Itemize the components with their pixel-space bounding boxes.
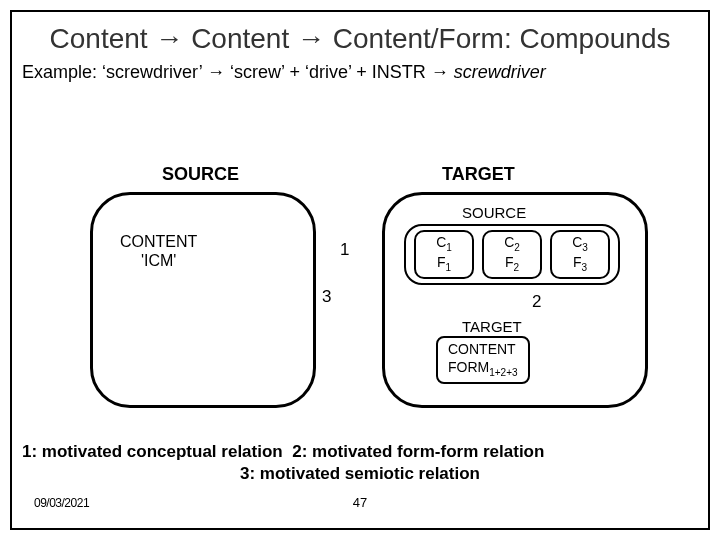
f1: F — [437, 254, 446, 270]
c3: C — [572, 234, 582, 250]
annotation-3: 3 — [322, 287, 331, 307]
footer-date: 09/03/2021 — [34, 496, 89, 510]
c1: C — [436, 234, 446, 250]
cf-box-2: C2 F2 — [482, 230, 542, 279]
c2: C — [504, 234, 514, 250]
content-line2: 'ICM' — [141, 252, 176, 269]
legend-2: 3: motivated semiotic relation — [22, 464, 698, 484]
footer-page-number: 47 — [353, 495, 367, 510]
f2: F — [505, 254, 514, 270]
inner-source-label: SOURCE — [462, 204, 526, 221]
slide-title: Content → Content → Content/Form: Compou… — [12, 12, 708, 56]
target-heading: TARGET — [442, 164, 515, 185]
example-body: ‘screwdriver’ → ‘screw’ + ‘drive’ + INST… — [102, 62, 454, 82]
example-prefix: Example: — [22, 62, 102, 82]
content-form-sub: 1+2+3 — [489, 366, 517, 377]
annotation-2: 2 — [532, 292, 541, 312]
f1-sub: 1 — [446, 262, 452, 273]
legend-1b: 2: motivated form-form relation — [292, 442, 544, 461]
source-panel — [90, 192, 316, 408]
c3-sub: 3 — [582, 242, 588, 253]
c2-sub: 2 — [514, 242, 520, 253]
slide-frame: Content → Content → Content/Form: Compou… — [10, 10, 710, 530]
cf-box-1: C1 F1 — [414, 230, 474, 279]
content-form-l1: CONTENT — [448, 341, 516, 357]
content-form-l2: FORM — [448, 359, 489, 375]
legend-block: 1: motivated conceptual relation 2: moti… — [22, 442, 698, 484]
inner-target-label: TARGET — [462, 318, 522, 335]
cf-box-3: C3 F3 — [550, 230, 610, 279]
c1-sub: 1 — [446, 242, 452, 253]
content-icm-label: CONTENT 'ICM' — [120, 232, 197, 270]
annotation-1: 1 — [340, 240, 349, 260]
example-line: Example: ‘screwdriver’ → ‘screw’ + ‘driv… — [12, 56, 708, 83]
content-form-box: CONTENT FORM1+2+3 — [436, 336, 530, 384]
f3: F — [573, 254, 582, 270]
example-result: screwdriver — [454, 62, 546, 82]
legend-1a: 1: motivated conceptual relation — [22, 442, 283, 461]
f3-sub: 3 — [582, 262, 588, 273]
cf-group: C1 F1 C2 F2 C3 F3 — [404, 224, 620, 285]
content-line1: CONTENT — [120, 233, 197, 250]
source-heading: SOURCE — [162, 164, 239, 185]
f2-sub: 2 — [514, 262, 520, 273]
